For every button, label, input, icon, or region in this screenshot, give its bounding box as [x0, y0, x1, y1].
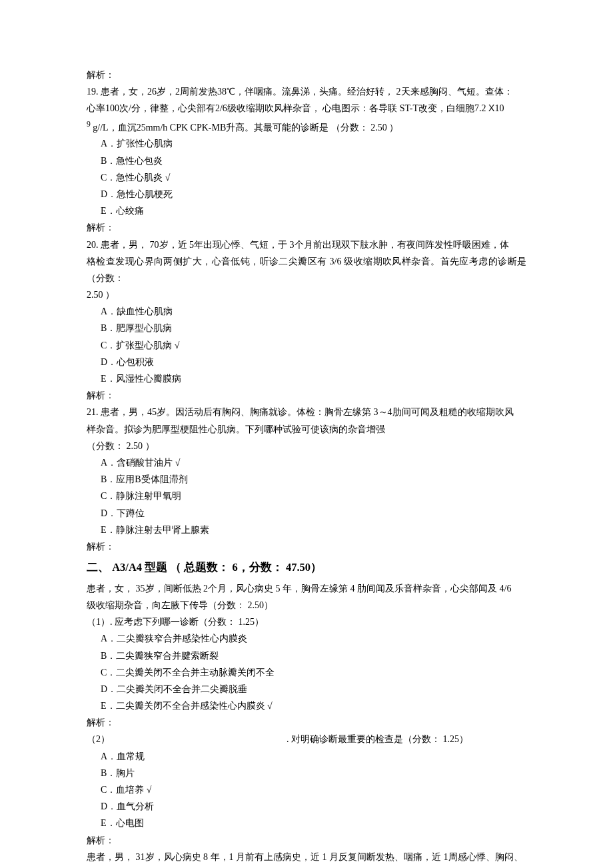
s1-sub1-opt-b: B．二尖瓣狭窄合并腱索断裂	[87, 648, 526, 664]
q21-opt-c: C．静脉注射甲氧明	[87, 488, 526, 504]
q21-score-suffix: ）	[145, 441, 155, 451]
s1-sub1-opt-a: A．二尖瓣狭窄合并感染性心内膜炎	[87, 630, 526, 647]
q19-analysis: 解析：	[87, 219, 526, 236]
s1-stem2-score: 2.50）	[248, 600, 274, 610]
s1-sub2-opt-b: B．胸片	[87, 765, 526, 781]
q20-line3-suffix: ）	[105, 290, 115, 300]
q20-analysis: 解析：	[87, 387, 526, 404]
q21-opt-a-text: A．含硝酸甘油片	[101, 458, 173, 468]
q20-opt-c-text: C．扩张型心肌病	[101, 340, 172, 350]
s1-sub2-prompt: （2）. 对明确诊断最重要的检查是（分数： 1.25）	[87, 731, 526, 747]
s2-stem2: 劳累加重伴乏力、多汗。查体：面色苍白，上肢可见瘀点，心尖部闻及乐音样收缩期杂音（…	[87, 865, 526, 868]
q20-line2: 格检查发现心界向两侧扩大，心音低钝，听诊二尖瓣区有 3/6 级收缩期吹风样杂音。…	[87, 253, 526, 286]
q19-line3-c: ）	[389, 122, 398, 132]
q19-opt-c-tick: √	[165, 173, 171, 183]
q19-line3-a: g//L，血沉25mm/h CPK CPK-MB升高。其最可能的诊断是 （分数：	[91, 122, 368, 132]
s1-sub1-prompt-text: （1）. 应考虑下列哪一诊断（分数：	[87, 617, 236, 627]
s1-sub2-prompt-left: （2）	[87, 731, 287, 747]
q21-opt-b: B．应用B受体阻滞剂	[87, 471, 526, 488]
s1-sub2-prompt-right: . 对明确诊断最重要的检查是（分数：	[287, 734, 440, 744]
q19-line2-c: 10	[494, 103, 504, 113]
s1-sub1-opt-e-tick: √	[267, 701, 273, 711]
s2-stem1: 患者，男， 31岁，风心病史 8 年，1 月前有上感病史，近 1 月反复间断发热…	[87, 849, 526, 865]
q21-analysis: 解析：	[87, 538, 526, 555]
s1-sub2-analysis: 解析：	[87, 832, 526, 849]
s1-sub1-prompt: （1）. 应考虑下列哪一诊断（分数： 1.25）	[87, 614, 526, 630]
s1-stem2: 级收缩期杂音，向左腋下传导（分数： 2.50）	[87, 597, 526, 614]
s1-sub1-opt-e: E．二尖瓣关闭不全合并感染性心内膜炎 √	[87, 697, 526, 714]
s1-sub2-opt-e: E．心电图	[87, 815, 526, 831]
q21-opt-a: A．含硝酸甘油片 √	[87, 454, 526, 471]
q21-opt-a-tick: √	[175, 458, 181, 468]
s1-sub1-opt-c: C．二尖瓣关闭不全合并主动脉瓣关闭不全	[87, 664, 526, 681]
section2-header: 二、 A3/A4 型题 （ 总题数： 6，分数： 47.50）	[87, 558, 526, 578]
q20-opt-a: A．缺血性心肌病	[87, 303, 526, 320]
s1-sub2-opt-c-text: C．血培养	[101, 785, 144, 795]
q19-line3: 9 g//L，血沉25mm/h CPK CPK-MB升高。其最可能的诊断是 （分…	[87, 117, 526, 136]
q19-line2: 心率100次/分，律整，心尖部有2/6级收缩期吹风样杂音， 心电图示：各导联 S…	[87, 100, 526, 117]
q21-opt-d: D．下蹲位	[87, 505, 526, 522]
q20-line1: 20. 患者，男， 70岁，近 5年出现心悸、气短，于 3个月前出现双下肢水肿，…	[87, 236, 526, 253]
q20-opt-c: C．扩张型心肌病 √	[87, 337, 526, 354]
q21-line2: 样杂音。拟诊为肥厚型梗阻性心肌病。下列哪种试验可使该病的杂音增强	[87, 421, 526, 438]
q21-line1: 21. 患者，男，45岁。因活动后有胸闷、胸痛就诊。体检：胸骨左缘第 3～4肋间…	[87, 404, 526, 420]
s1-sub1-score: 1.25）	[239, 617, 265, 627]
analysis-label: 解析：	[87, 67, 526, 83]
s1-sub2-opt-d: D．血气分析	[87, 798, 526, 815]
s1-stem2-text: 级收缩期杂音，向左腋下传导（分数：	[87, 600, 245, 610]
s1-sub1-opt-d: D．二尖瓣关闭不全合并二尖瓣脱垂	[87, 681, 526, 697]
q20-opt-e: E．风湿性心瓣膜病	[87, 370, 526, 387]
q19-opt-a: A．扩张性心肌病	[87, 135, 526, 152]
q20-opt-c-tick: √	[175, 340, 180, 350]
q20-line3-score: 2.50	[87, 290, 103, 300]
s1-sub2-opt-c-tick: √	[147, 785, 152, 795]
q21-opt-e: E．静脉注射去甲肾上腺素	[87, 522, 526, 538]
s1-sub2-opt-c: C．血培养 √	[87, 781, 526, 798]
q19-opt-e: E．心绞痛	[87, 203, 526, 219]
q19-opt-c-text: C．急性心肌炎	[101, 173, 163, 183]
q19-line2-b: X	[488, 103, 494, 113]
q21-score: （分数： 2.50 ）	[87, 438, 526, 454]
s1-sub1-analysis: 解析：	[87, 714, 526, 731]
q19-opt-d: D．急性心肌梗死	[87, 186, 526, 203]
s1-stem1: 患者，女， 35岁，间断低热 2个月，风心病史 5 年，胸骨左缘第 4 肋间闻及…	[87, 580, 526, 597]
q21-score-val: 2.50	[127, 441, 143, 451]
q19-line1: 19. 患者，女，26岁，2周前发热38℃，伴咽痛。流鼻涕，头痛。经治好转， 2…	[87, 83, 526, 100]
q19-line2-a: 心率100次/分，律整，心尖部有2/6级收缩期吹风样杂音， 心电图示：各导联 S…	[87, 103, 486, 113]
q20-opt-b: B．肥厚型心肌病	[87, 320, 526, 336]
s1-sub2-opt-a: A．血常规	[87, 748, 526, 765]
q19-line3-b: 2.50	[370, 122, 387, 132]
s1-sub1-opt-e-text: E．二尖瓣关闭不全合并感染性心内膜炎	[101, 701, 265, 711]
s1-sub2-score: 1.25）	[443, 734, 469, 744]
q20-line3: 2.50 ）	[87, 286, 526, 303]
q20-opt-d: D．心包积液	[87, 354, 526, 370]
q19-opt-b: B．急性心包炎	[87, 153, 526, 169]
q21-score-prefix: （分数：	[87, 441, 124, 451]
q19-opt-c: C．急性心肌炎 √	[87, 169, 526, 186]
